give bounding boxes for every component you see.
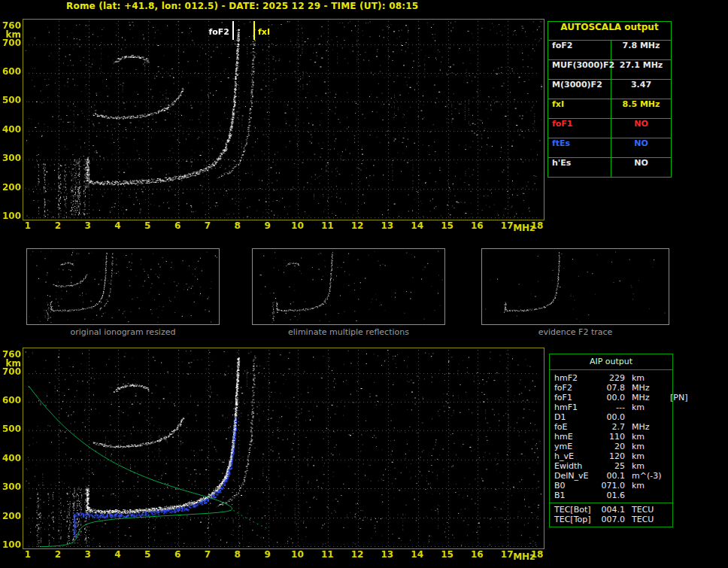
- top-y-tick-100: 100: [2, 212, 21, 220]
- aip-row-unit: MHz: [625, 393, 650, 402]
- bottom-x-tick-11: 11: [319, 551, 335, 559]
- aip-row-b0: B0071.0km: [550, 481, 672, 491]
- aip-row-tec-top: TEC[Top]007.0TECU: [550, 515, 672, 524]
- aip-row-value: 00.1: [599, 471, 625, 481]
- autoscala-row-fof1: foF1NO: [548, 119, 671, 138]
- bottom-x-tick-10: 10: [289, 551, 305, 559]
- fof2-marker-line: [232, 21, 234, 40]
- top-x-tick-7: 7: [199, 222, 216, 230]
- autoscala-output-table: AUTOSCALA output foF27.8 MHzMUF(3000)F22…: [548, 21, 672, 178]
- thumbnail-caption-original: original ionogram resized: [26, 327, 220, 337]
- bottom-x-tick-1: 1: [20, 551, 36, 559]
- aip-row-value: 25: [599, 461, 625, 471]
- thumbnail-canvas-multiple-reflections: [253, 249, 444, 324]
- top-x-tick-14: 14: [409, 222, 426, 230]
- aip-row-unit: TECU: [625, 505, 654, 515]
- autoscala-row-ftes: ftEsNO: [548, 138, 671, 158]
- top-y-tick-700: 700: [2, 39, 21, 47]
- autoscala-row-fof2: foF27.8 MHz: [548, 41, 671, 60]
- aip-row-unit: MHz: [625, 383, 650, 393]
- aip-row-unit: m^(-3): [625, 471, 661, 481]
- bottom-y-tick-300: 300: [2, 483, 21, 491]
- top-x-tick-13: 13: [379, 222, 396, 230]
- thumbnail-f2-trace: [481, 248, 669, 325]
- aip-row-value: 007.0: [599, 515, 625, 524]
- aip-row-ewidth: Ewidth25km: [550, 461, 672, 471]
- thumbnail-multiple-reflections: [252, 248, 445, 325]
- autoscala-row-value: 27.1 MHz: [611, 60, 671, 79]
- autoscala-row-muf-3000-f2: MUF(3000)F227.1 MHz: [548, 60, 671, 80]
- aip-row-label: foF2: [550, 383, 599, 393]
- aip-row-label: hmF1: [550, 402, 599, 412]
- aip-row-label: h_vE: [550, 451, 599, 461]
- top-x-tick-1: 1: [20, 222, 36, 230]
- aip-row-value: 00.0: [599, 393, 625, 402]
- top-x-tick-11: 11: [319, 222, 335, 230]
- aip-row-fof2: foF207.8MHz: [550, 383, 672, 393]
- aip-row-label: hmF2: [550, 373, 599, 383]
- aip-table-rows: hmF2229kmfoF207.8MHzfoF100.0MHz[PN]hmF1-…: [550, 373, 672, 500]
- autoscala-row-label: ftEs: [548, 138, 611, 157]
- bottom-x-tick-15: 15: [439, 551, 456, 559]
- bottom-y-tick-500: 500: [2, 425, 21, 433]
- autoscala-row-label: foF2: [548, 41, 611, 59]
- aip-row-unit: km: [625, 373, 645, 383]
- top-x-tick-16: 16: [469, 222, 485, 230]
- top-y-tick-500: 500: [2, 96, 21, 105]
- aip-row-label: D1: [550, 412, 599, 422]
- thumbnail-canvas-f2-trace: [482, 249, 669, 324]
- autoscala-row-value: 7.8 MHz: [611, 41, 671, 59]
- aip-row-unit: km: [625, 432, 645, 442]
- autoscala-row-h-es: h'EsNO: [548, 158, 671, 177]
- bottom-x-tick-8: 8: [229, 551, 246, 559]
- autoscala-row-value: NO: [611, 158, 671, 177]
- aip-row-deln-ve: DelN_vE00.1m^(-3): [550, 471, 672, 481]
- aip-row-b1: B101.6: [550, 491, 672, 500]
- bottom-y-tick-400: 400: [2, 454, 21, 463]
- aip-row-label: foE: [550, 422, 599, 432]
- aip-row-value: 07.8: [599, 383, 625, 393]
- top-x-tick-4: 4: [109, 222, 126, 230]
- fof2-label: foF2: [204, 27, 229, 37]
- aip-row-unit: MHz: [625, 422, 650, 432]
- bottom-x-tick-7: 7: [199, 551, 216, 559]
- aip-row-unit: km: [625, 442, 645, 451]
- top-x-tick-2: 2: [50, 222, 66, 230]
- ionogram-canvas-bottom: [23, 348, 544, 548]
- autoscala-table-header: AUTOSCALA output: [548, 22, 671, 41]
- autoscala-row-label: foF1: [548, 119, 611, 138]
- top-x-tick-10: 10: [289, 222, 305, 230]
- autoscala-row-value: 3.47: [611, 80, 671, 99]
- aip-row-tec-bot: TEC[Bot]004.1TECU: [550, 505, 672, 515]
- aip-row-d1: D100.0: [550, 412, 672, 422]
- bottom-x-tick-4: 4: [109, 551, 126, 559]
- bottom-y-tick-200: 200: [2, 512, 21, 521]
- aip-row-label: ymE: [550, 442, 599, 451]
- thumbnail-canvas-original: [27, 249, 219, 324]
- bottom-x-unit: MHz: [513, 553, 535, 561]
- bottom-y-unit: km: [2, 360, 21, 368]
- top-x-tick-3: 3: [80, 222, 96, 230]
- top-y-unit: km: [2, 31, 21, 39]
- autoscala-table-rows: foF27.8 MHzMUF(3000)F227.1 MHzM(3000)F23…: [548, 41, 671, 177]
- autoscala-app: Rome (lat: +41.8, lon: 012.5) - DATE: 20…: [0, 0, 728, 568]
- autoscala-row-value: 8.5 MHz: [611, 99, 671, 118]
- aip-row-hmf1: hmF1---km: [550, 402, 672, 412]
- fxi-marker-line: [253, 21, 255, 40]
- aip-row-h-ve: h_vE120km: [550, 451, 672, 461]
- ionogram-plot-bottom: [23, 348, 544, 549]
- top-y-tick-300: 300: [2, 154, 21, 163]
- aip-row-label: B0: [550, 481, 599, 491]
- aip-row-label: hmE: [550, 432, 599, 442]
- bottom-x-tick-3: 3: [80, 551, 96, 559]
- bottom-x-tick-12: 12: [349, 551, 366, 559]
- aip-row-label: foF1: [550, 393, 599, 402]
- thumbnail-caption-f2-trace: evidence F2 trace: [481, 327, 669, 337]
- aip-row-value: 00.0: [599, 412, 625, 422]
- autoscala-row-label: fxI: [548, 99, 611, 118]
- aip-row-hme: hmE110km: [550, 432, 672, 442]
- aip-table-header: AIP output: [550, 354, 672, 370]
- aip-row-note: [PN]: [670, 393, 687, 402]
- aip-row-label: TEC[Bot]: [550, 505, 599, 515]
- aip-row-value: 229: [599, 373, 625, 383]
